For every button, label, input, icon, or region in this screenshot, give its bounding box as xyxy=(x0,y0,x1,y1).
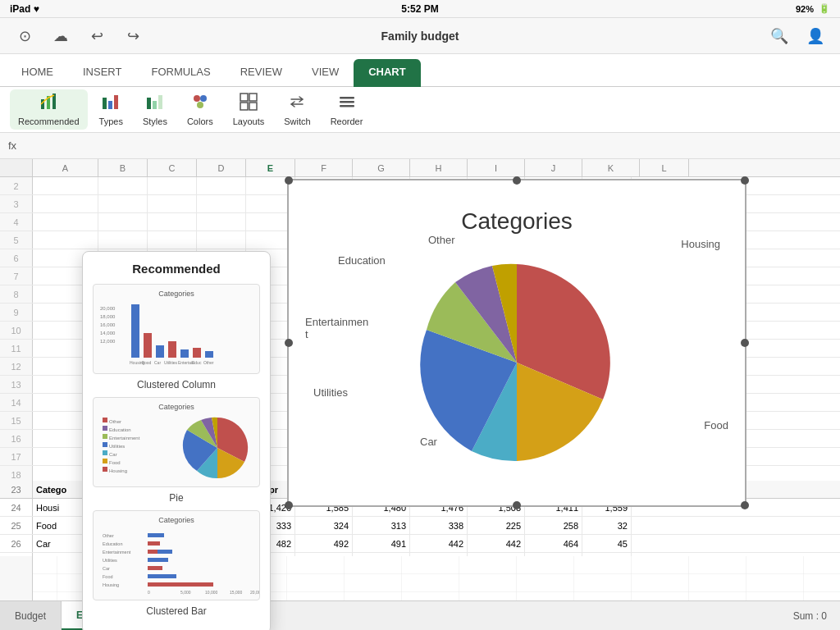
doc-title: Family budget xyxy=(381,30,459,43)
tab-home[interactable]: HOME xyxy=(7,59,68,87)
svg-text:18,000: 18,000 xyxy=(100,314,116,319)
svg-text:Car: Car xyxy=(103,566,110,571)
cell-25-oct[interactable]: 32 xyxy=(582,517,632,534)
grid-cell[interactable] xyxy=(98,213,148,231)
search-button[interactable]: 🔍 xyxy=(765,21,794,51)
cell-25-jul[interactable]: 338 xyxy=(410,517,468,534)
row-num-25: 25 xyxy=(0,517,33,534)
svg-text:Entertainment: Entertainment xyxy=(109,436,140,441)
chart-preview-column[interactable]: Categories 20,000 18,000 16,000 14,000 1… xyxy=(93,284,260,374)
cell-26-sep[interactable]: 464 xyxy=(525,535,582,552)
cell-25-may[interactable]: 324 xyxy=(295,517,353,534)
toolbar-layouts[interactable]: Layouts xyxy=(225,89,273,130)
cell-25-sep[interactable]: 258 xyxy=(525,517,582,534)
svg-rect-51 xyxy=(103,459,107,463)
row-num-3: 3 xyxy=(0,195,33,212)
svg-rect-8 xyxy=(158,95,162,109)
row-num-24: 24 xyxy=(0,499,33,516)
svg-text:15,000: 15,000 xyxy=(230,590,243,595)
row-num-11: 11 xyxy=(0,340,33,357)
svg-rect-5 xyxy=(114,95,118,109)
tab-formulas[interactable]: FORMULAS xyxy=(136,59,225,87)
col-headers: A B C D E F G H I J K L xyxy=(0,159,840,177)
redo-button[interactable]: ↪ xyxy=(118,21,148,51)
svg-text:Housing: Housing xyxy=(103,582,119,587)
preview-col-title: Categories xyxy=(98,290,254,298)
grid-cell[interactable] xyxy=(33,195,98,212)
grid-cell[interactable] xyxy=(98,231,148,249)
preview-column-svg: 20,000 18,000 16,000 14,000 12,000 Housi… xyxy=(98,300,260,366)
grid-cell[interactable] xyxy=(33,177,98,194)
grid-cell[interactable] xyxy=(148,213,197,231)
styles-icon xyxy=(146,93,164,115)
chart-handle-bc[interactable] xyxy=(513,501,521,509)
grid-cell[interactable] xyxy=(197,213,246,231)
ribbon-tabs: HOME INSERT FORMULAS REVIEW VIEW CHART xyxy=(0,54,840,87)
grid-cell[interactable] xyxy=(197,177,246,194)
toolbar-styles[interactable]: Styles xyxy=(135,89,176,130)
chart-type-1: Clustered Column xyxy=(93,379,260,390)
grid-cell[interactable] xyxy=(33,231,98,249)
chart-handle-ml[interactable] xyxy=(285,339,293,347)
chart-handle-tr[interactable] xyxy=(741,176,749,185)
label-entertainment: Entertainment xyxy=(305,316,368,340)
chart-preview-bar[interactable]: Categories Other Education Entertainment… xyxy=(93,510,260,600)
undo-button[interactable]: ↩ xyxy=(82,21,112,51)
grid-cell[interactable] xyxy=(197,231,246,249)
toolbar-recommended[interactable]: Recommended xyxy=(10,89,88,130)
chart-handle-br[interactable] xyxy=(741,501,749,509)
svg-text:Car: Car xyxy=(154,360,161,365)
cell-26-aug[interactable]: 442 xyxy=(468,535,525,552)
chart-container[interactable]: Categories Housing Food Car xyxy=(287,179,746,507)
cell-26-may[interactable]: 492 xyxy=(295,535,353,552)
chart-handle-tc[interactable] xyxy=(513,176,521,185)
account-button[interactable]: 👤 xyxy=(801,21,830,51)
cell-26-jun[interactable]: 491 xyxy=(353,535,410,552)
cell-26-oct[interactable]: 45 xyxy=(582,535,632,552)
chart-handle-tl[interactable] xyxy=(285,176,293,185)
svg-rect-15 xyxy=(249,103,257,110)
chart-handle-mr[interactable] xyxy=(741,339,749,347)
chart-preview-pie[interactable]: Categories Other Education Entertainment… xyxy=(93,397,260,487)
cell-25-aug[interactable]: 225 xyxy=(468,517,525,534)
toolbar-reorder[interactable]: Reorder xyxy=(322,89,372,130)
sheet-tab-budget[interactable]: Budget xyxy=(0,601,62,630)
svg-rect-67 xyxy=(148,566,162,570)
cell-26-jul[interactable]: 442 xyxy=(410,535,468,552)
svg-text:Food: Food xyxy=(103,574,113,579)
tab-chart[interactable]: CHART xyxy=(354,59,421,87)
grid-cell[interactable] xyxy=(148,231,197,249)
svg-text:16,000: 16,000 xyxy=(100,322,116,327)
toolbar-colors[interactable]: Colors xyxy=(179,89,221,130)
svg-rect-28 xyxy=(144,333,152,358)
grid-cell[interactable] xyxy=(33,213,98,231)
preview-pie-svg: Other Education Entertainment Utilities … xyxy=(98,413,260,483)
svg-rect-16 xyxy=(340,97,354,99)
toolbar-switch[interactable]: Switch xyxy=(276,89,318,130)
grid-cell[interactable] xyxy=(98,195,148,212)
label-car: Car xyxy=(420,436,437,448)
svg-text:Housing: Housing xyxy=(109,468,127,473)
tab-review[interactable]: REVIEW xyxy=(226,59,297,87)
left-controls: ⊙ ☁ ↩ ↪ xyxy=(10,21,148,51)
svg-text:Car: Car xyxy=(109,452,117,457)
tab-view[interactable]: VIEW xyxy=(297,59,354,87)
toolbar-types[interactable]: Types xyxy=(91,89,131,130)
svg-rect-14 xyxy=(240,103,248,110)
col-header-k: K xyxy=(582,159,640,176)
grid-cell[interactable] xyxy=(148,177,197,194)
grid-cell[interactable] xyxy=(148,195,197,212)
recommended-icon xyxy=(39,93,57,115)
status-right: 92% 🔋 xyxy=(796,3,830,14)
chart-handle-bl[interactable] xyxy=(285,501,293,509)
svg-rect-4 xyxy=(108,101,112,109)
main-chart: Categories Housing Food Car xyxy=(289,180,745,505)
panel-title: Recommended xyxy=(93,262,260,276)
grid-cell[interactable] xyxy=(98,177,148,194)
svg-point-11 xyxy=(197,102,203,108)
cloud-button[interactable]: ☁ xyxy=(46,21,75,51)
tab-insert[interactable]: INSERT xyxy=(68,59,136,87)
back-button[interactable]: ⊙ xyxy=(10,21,39,51)
grid-cell[interactable] xyxy=(197,195,246,212)
cell-25-jun[interactable]: 313 xyxy=(353,517,410,534)
